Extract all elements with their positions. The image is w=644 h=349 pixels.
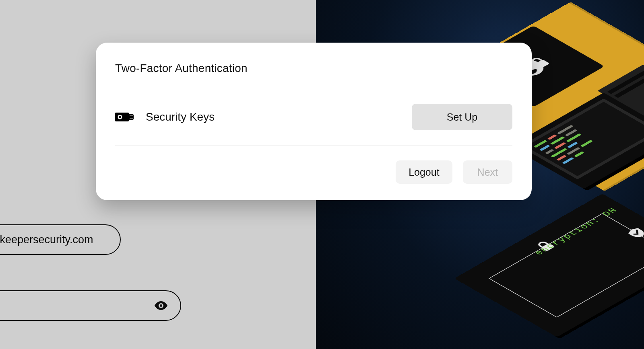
method-row-security-keys: Security Keys Set Up (115, 104, 512, 146)
security-key-icon (115, 111, 134, 123)
logout-button[interactable]: Logout (396, 160, 452, 184)
svg-rect-18 (130, 115, 133, 116)
email-field[interactable]: @keepersecurity.com (0, 224, 121, 255)
two-factor-modal: Two-Factor Authentication (96, 43, 532, 200)
svg-point-9 (119, 116, 121, 118)
show-password-icon[interactable] (154, 300, 168, 311)
next-button[interactable]: Next (463, 160, 512, 184)
svg-point-6 (160, 304, 162, 307)
modal-actions: Logout Next (115, 160, 512, 184)
shield-check-icon (621, 224, 644, 242)
email-field-value: @keepersecurity.com (0, 234, 93, 246)
password-field[interactable] (0, 290, 181, 321)
svg-rect-17 (129, 115, 134, 119)
set-up-button[interactable]: Set Up (412, 104, 512, 130)
modal-title: Two-Factor Authentication (115, 62, 512, 75)
svg-rect-19 (130, 118, 133, 119)
illustration-base (454, 194, 644, 337)
method-label: Security Keys (146, 111, 215, 123)
app-stage: encryption: ON @keepersecurity.com Two-F… (0, 0, 644, 349)
